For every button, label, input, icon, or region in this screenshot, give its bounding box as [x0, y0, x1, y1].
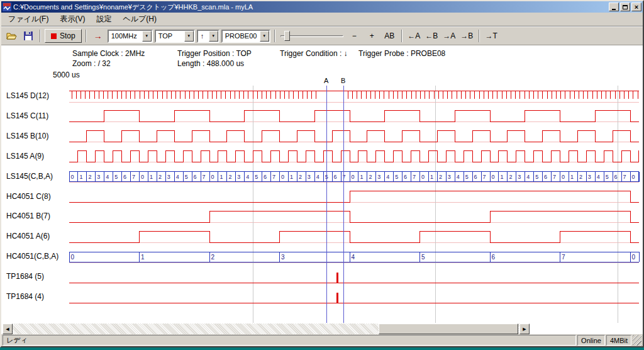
floppy-icon — [24, 31, 33, 40]
time-per-div-label: 5000 us — [53, 71, 80, 79]
channel-label[interactable]: HC4051 B(7) — [6, 212, 50, 220]
chevron-down-icon[interactable]: ▼ — [142, 31, 152, 42]
trigger-condition-info: Trigger Condition : ↓ — [280, 49, 348, 58]
titlebar[interactable]: C:¥Documents and Settings¥noname¥デスクトップ¥… — [1, 1, 643, 13]
menu-view[interactable]: 表示(V) — [54, 13, 91, 26]
trigger-probe-select[interactable]: PROBE00 ▼ — [221, 30, 270, 43]
zoom-in-button[interactable]: + — [364, 29, 380, 43]
stop-button[interactable]: Stop — [45, 29, 82, 43]
window-title: C:¥Documents and Settings¥noname¥デスクトップ¥… — [13, 3, 607, 12]
menubar: ファイル(F) 表示(V) 設定 ヘルプ(H) — [1, 13, 643, 26]
waveform-client-area — [1, 45, 643, 334]
save-button[interactable] — [21, 29, 36, 43]
trigger-probe-info: Trigger Probe : PROBE08 — [358, 49, 445, 58]
menu-settings[interactable]: 設定 — [91, 13, 117, 26]
cursor-a-right-button[interactable]: →A — [441, 29, 457, 43]
open-folder-icon — [6, 31, 17, 40]
toolbar-separator — [274, 30, 275, 42]
trigger-position-value: TOP — [156, 31, 184, 42]
length-info: Length : 488.000 us — [177, 59, 244, 68]
toolbar: Stop → 100MHz ▼ TOP ▼ ↑ ▼ PROBE00 ▼ − + … — [1, 26, 643, 45]
app-icon — [3, 3, 11, 11]
channel-label[interactable]: HC4051 A(6) — [6, 232, 50, 240]
cursor-a-left-button[interactable]: ←A — [406, 29, 422, 43]
channel-label[interactable]: LS145(C,B,A) — [6, 172, 53, 181]
channel-label[interactable]: HC4051 C(8) — [6, 192, 51, 201]
minimize-button[interactable] — [609, 3, 619, 11]
maximize-button[interactable] — [620, 3, 630, 11]
close-icon: × — [635, 4, 638, 10]
sample-clock-info: Sample Clock : 2MHz — [72, 49, 145, 58]
chevron-down-icon[interactable]: ▼ — [260, 31, 269, 42]
menu-help[interactable]: ヘルプ(H) — [117, 13, 162, 26]
trigger-edge-value: ↑ — [198, 31, 209, 42]
stop-icon — [51, 33, 57, 39]
statusbar: レディ Online 4MBit — [1, 334, 643, 346]
sample-clock-select[interactable]: 100MHz ▼ — [108, 30, 153, 43]
channel-label[interactable]: LS145 A(9) — [6, 152, 44, 161]
channel-label[interactable]: HC4051(C,B,A) — [6, 252, 58, 261]
zoom-info: Zoom : / 32 — [72, 59, 111, 68]
trigger-probe-value: PROBE00 — [223, 31, 260, 42]
status-memory: 4MBit — [606, 335, 631, 346]
toolbar-separator — [40, 30, 41, 42]
trigger-position-select[interactable]: TOP ▼ — [155, 30, 195, 43]
menu-file[interactable]: ファイル(F) — [3, 13, 54, 26]
trigger-position-info: Trigger Position : TOP — [177, 49, 252, 58]
scroll-thumb[interactable] — [379, 324, 518, 334]
close-button[interactable]: × — [631, 3, 641, 11]
goto-trigger-button[interactable]: →T — [484, 29, 499, 43]
cursor-b-left-button[interactable]: ←B — [424, 29, 440, 43]
scroll-left-button[interactable]: ◀ — [3, 324, 13, 334]
window-controls: × — [609, 3, 641, 11]
run-button[interactable]: → — [91, 29, 106, 43]
open-button[interactable] — [4, 29, 19, 43]
toolbar-separator — [401, 30, 402, 42]
app-window: C:¥Documents and Settings¥noname¥デスクトップ¥… — [0, 0, 644, 347]
toolbar-separator — [86, 30, 87, 42]
cursor-b-right-button[interactable]: →B — [459, 29, 475, 43]
channel-label[interactable]: LS145 C(11) — [6, 111, 48, 120]
trigger-edge-select[interactable]: ↑ ▼ — [197, 30, 219, 43]
zoom-slider-groove — [280, 35, 343, 37]
toolbar-separator — [479, 30, 480, 42]
scroll-track[interactable] — [13, 324, 519, 334]
channel-label[interactable]: TP1684 (5) — [6, 272, 44, 281]
channel-label[interactable]: LS145 D(12) — [6, 91, 49, 100]
ab-range-button[interactable]: AB — [382, 29, 397, 43]
horizontal-scrollbar[interactable]: ◀ ▶ — [3, 324, 530, 334]
minimize-icon — [612, 9, 616, 10]
status-online: Online — [577, 335, 605, 346]
chevron-down-icon[interactable]: ▼ — [184, 31, 194, 42]
channel-label[interactable]: LS145 B(10) — [6, 132, 48, 140]
sample-clock-value: 100MHz — [109, 31, 142, 42]
zoom-slider[interactable] — [279, 29, 345, 43]
maximize-icon — [623, 5, 628, 9]
resize-grip[interactable] — [633, 335, 641, 346]
channel-label[interactable]: TP1684 (4) — [6, 292, 44, 301]
scroll-right-button[interactable]: ▶ — [519, 324, 530, 334]
chevron-down-icon[interactable]: ▼ — [209, 31, 218, 42]
status-message: レディ — [3, 335, 576, 346]
zoom-slider-thumb[interactable] — [284, 31, 290, 41]
stop-label: Stop — [60, 31, 75, 40]
zoom-out-button[interactable]: − — [347, 29, 362, 43]
